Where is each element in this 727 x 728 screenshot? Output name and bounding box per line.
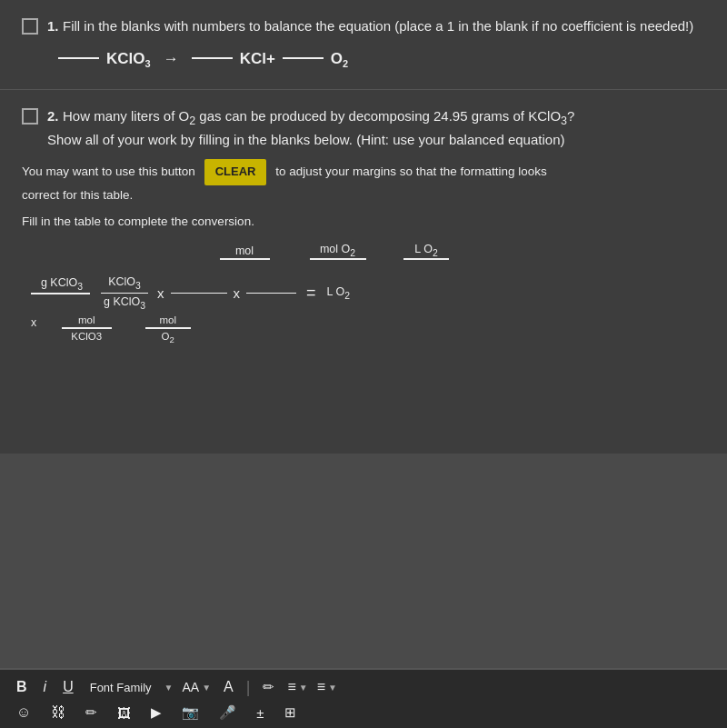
fill-instruction: Fill in the table to complete the conver… bbox=[22, 214, 709, 228]
bold-button[interactable]: B bbox=[13, 677, 31, 697]
mic-button[interactable]: 🎤 bbox=[215, 703, 240, 723]
question-2-checkbox[interactable] bbox=[22, 108, 38, 125]
question-2-block: 2. How many liters of O2 gas can be prod… bbox=[0, 90, 727, 454]
table-button[interactable]: ⊞ bbox=[281, 703, 300, 723]
aa-arrow: ▼ bbox=[202, 683, 211, 693]
question-2-body: How many liters of O2 gas can be produce… bbox=[63, 108, 574, 124]
hint-suffix-text: to adjust your margins so that the forma… bbox=[275, 165, 547, 178]
equation-line: KClO3 → KCl+ O2 bbox=[58, 50, 709, 69]
italic-button[interactable]: i bbox=[40, 677, 51, 697]
question-1-text: 1. Fill in the blanks with numbers to ba… bbox=[47, 16, 693, 37]
question-2-text-block: 2. How many liters of O2 gas can be prod… bbox=[47, 106, 574, 150]
main-equation-row: g KClO3 KClO3 g KClO3 x x = L O2 bbox=[31, 274, 709, 311]
top-labels-row: mol mol O2 L O2 bbox=[213, 243, 709, 274]
frac3-den bbox=[246, 294, 296, 296]
list2-arrow: ▼ bbox=[328, 683, 337, 693]
question-1-header: 1. Fill in the blanks with numbers to ba… bbox=[22, 16, 709, 37]
frac1-den: g KClO3 bbox=[98, 294, 151, 312]
toolbar-row-2: ☺ ⛓ ✏ 🖼 ▶ 📷 🎤 ± ⊞ bbox=[13, 703, 714, 723]
question-2-subtext: Show all of your work by filling in the … bbox=[47, 132, 564, 147]
hint-line2: correct for this table. bbox=[22, 188, 133, 202]
list1-dropdown[interactable]: ≡ ▼ bbox=[287, 679, 307, 695]
toolbar: B i U Font Family ▼ AA ▼ A | ✏ ≡ ▼ ≡ ▼ ☺… bbox=[0, 668, 727, 728]
list2-dropdown[interactable]: ≡ ▼ bbox=[317, 679, 337, 695]
pencil2-button[interactable]: ✏ bbox=[82, 703, 101, 723]
question-2-header: 2. How many liters of O2 gas can be prod… bbox=[22, 106, 709, 150]
o2-bottom-label: O2 bbox=[162, 331, 174, 344]
blank-2[interactable] bbox=[192, 57, 233, 59]
bottom-labels-row: x mol KClO3 mol O2 bbox=[31, 314, 709, 344]
conversion-section: mol mol O2 L O2 g KClO3 KClO3 bbox=[31, 243, 709, 345]
kclo3-bottom-label: KClO3 bbox=[71, 331, 102, 342]
mult-x-2: x bbox=[234, 285, 241, 301]
formula-o2: O2 bbox=[331, 50, 348, 69]
pencil-button[interactable]: ✏ bbox=[259, 677, 278, 697]
question-1-body: Fill in the blanks with numbers to balan… bbox=[63, 18, 693, 34]
blank-3[interactable] bbox=[283, 57, 324, 59]
question-1-block: 1. Fill in the blanks with numbers to ba… bbox=[0, 0, 727, 90]
formula-button[interactable]: ± bbox=[253, 703, 267, 723]
top-label-1: mol bbox=[213, 244, 276, 273]
x-label: x bbox=[31, 316, 36, 329]
list1-icon: ≡ bbox=[287, 679, 295, 695]
formula-kclo3: KClO3 bbox=[106, 50, 151, 69]
separator-1: | bbox=[246, 678, 251, 697]
formula-kcl: KCl+ bbox=[240, 50, 275, 68]
fraction-3 bbox=[246, 290, 296, 296]
underline-button[interactable]: U bbox=[59, 677, 77, 697]
arrow-symbol: → bbox=[164, 50, 179, 68]
mult-x-1: x bbox=[157, 285, 164, 301]
toolbar-row-1: B i U Font Family ▼ AA ▼ A | ✏ ≡ ▼ ≡ ▼ bbox=[13, 677, 714, 697]
question-1-number: 1. bbox=[47, 18, 59, 34]
link-button[interactable]: ⛓ bbox=[47, 703, 69, 723]
hint-prefix-text: You may want to use this button bbox=[22, 165, 195, 178]
list1-arrow: ▼ bbox=[299, 683, 308, 693]
font-color-button[interactable]: A bbox=[220, 677, 237, 697]
font-family-dropdown[interactable]: ▼ bbox=[164, 683, 174, 693]
fraction-2 bbox=[171, 290, 227, 296]
frac1-num: KClO3 bbox=[101, 274, 148, 294]
clear-button[interactable]: CLEAR bbox=[204, 159, 267, 185]
font-size-dropdown[interactable]: AA ▼ bbox=[183, 680, 212, 694]
camera-button[interactable]: 📷 bbox=[178, 703, 203, 723]
list2-icon: ≡ bbox=[317, 679, 325, 695]
image-button[interactable]: 🖼 bbox=[114, 703, 134, 723]
result-label: L O2 bbox=[327, 285, 350, 301]
video-button[interactable]: ▶ bbox=[147, 703, 165, 723]
hint-row: You may want to use this button CLEAR to… bbox=[22, 159, 709, 204]
question-1-checkbox[interactable] bbox=[22, 18, 38, 35]
font-family-label: Font Family bbox=[86, 679, 155, 696]
top-label-3: L O2 bbox=[399, 243, 453, 274]
top-label-2: mol O2 bbox=[304, 243, 372, 274]
fraction-1: KClO3 g KClO3 bbox=[98, 274, 151, 311]
frac2-den bbox=[171, 294, 227, 296]
smiley-button[interactable]: ☺ bbox=[13, 703, 35, 723]
equals-sign: = bbox=[306, 284, 316, 303]
question-2-number: 2. bbox=[47, 108, 59, 124]
g-kclo3-label: g KClO3 bbox=[31, 276, 90, 310]
aa-label: AA bbox=[183, 680, 200, 694]
blank-1[interactable] bbox=[58, 57, 99, 59]
bottom-sub-labels: mol KClO3 mol O2 bbox=[55, 314, 197, 344]
font-family-arrow: ▼ bbox=[164, 683, 174, 693]
